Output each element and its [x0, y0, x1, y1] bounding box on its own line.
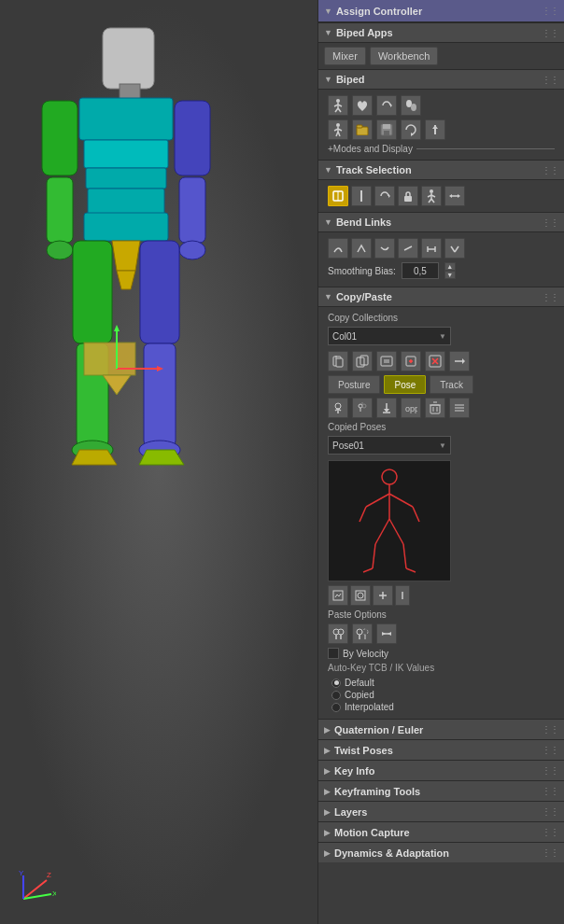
pose-button[interactable]: Pose — [384, 375, 426, 394]
key-info-section[interactable]: ▶ Key Info ⋮⋮ — [318, 760, 564, 780]
pose-preview-icon2[interactable] — [350, 585, 371, 606]
copy-icons-row — [324, 349, 558, 373]
motion-capture-dots: ⋮⋮ — [542, 827, 558, 837]
track-sel-body-parts[interactable] — [328, 186, 348, 206]
quaternion-euler-section[interactable]: ▶ Quaternion / Euler ⋮⋮ — [318, 719, 564, 739]
dynamics-adaptation-section[interactable]: ▶ Dynamics & Adaptation ⋮⋮ — [318, 842, 564, 862]
biped-icon-rotate[interactable] — [376, 95, 397, 116]
svg-marker-71 — [449, 194, 452, 198]
pose-paste-icon[interactable] — [376, 398, 397, 418]
keyframing-tools-section[interactable]: ▶ Keyframing Tools ⋮⋮ — [318, 780, 564, 801]
biped-icon-save[interactable] — [376, 119, 397, 140]
track-sel-vertical[interactable] — [351, 186, 372, 206]
pose-paste-opp-icon[interactable]: opp — [401, 398, 421, 418]
svg-rect-23 — [84, 343, 135, 375]
bend-icon-6[interactable] — [444, 238, 465, 259]
biped-icon-loop[interactable] — [401, 119, 421, 140]
svg-line-121 — [389, 519, 403, 544]
paste-option-icon1[interactable] — [328, 623, 348, 644]
pose-preview-icon1[interactable] — [328, 585, 348, 606]
radio-interpolated[interactable] — [331, 703, 341, 712]
twist-poses-section[interactable]: ▶ Twist Poses ⋮⋮ — [318, 739, 564, 760]
svg-line-119 — [413, 507, 419, 522]
key-info-arrow: ▶ — [324, 766, 331, 776]
biped-icon-folder[interactable] — [352, 119, 373, 140]
biped-icon-hands[interactable] — [352, 95, 373, 116]
twist-poses-left: ▶ Twist Poses — [324, 745, 393, 756]
svg-point-94 — [335, 403, 341, 409]
biped-icon-walk[interactable] — [328, 119, 348, 140]
copy-icon-1[interactable] — [328, 351, 348, 371]
svg-rect-13 — [179, 177, 205, 243]
svg-point-114 — [382, 469, 397, 484]
radio-copied[interactable] — [331, 691, 341, 700]
smoothing-up[interactable]: ▲ — [444, 262, 456, 271]
motion-capture-title: Motion Capture — [334, 827, 410, 838]
paste-option-icon3[interactable] — [376, 623, 397, 644]
track-sel-arrows[interactable] — [444, 186, 465, 206]
track-sel-lock[interactable] — [398, 186, 418, 206]
track-selection-title: Track Selection — [336, 164, 412, 175]
svg-point-35 — [336, 99, 340, 103]
pose-preview-svg — [343, 468, 436, 575]
svg-line-125 — [406, 568, 416, 572]
collection-dropdown[interactable]: Col01 ▼ — [328, 327, 451, 345]
svg-text:X: X — [52, 889, 56, 898]
bend-icon-3[interactable] — [374, 238, 395, 259]
posture-button[interactable]: Posture — [328, 375, 380, 394]
workbench-button[interactable]: Workbench — [370, 47, 438, 65]
pose-preview-icon4[interactable] — [395, 585, 410, 606]
copy-icon-5[interactable] — [425, 351, 445, 371]
quaternion-euler-left: ▶ Quaternion / Euler — [324, 724, 423, 735]
smoothing-down[interactable]: ▼ — [444, 271, 456, 279]
biped-icon-figure[interactable] — [328, 95, 348, 116]
keyframing-tools-dots: ⋮⋮ — [542, 786, 558, 796]
track-sel-figure-2[interactable] — [421, 186, 442, 206]
copied-poses-label-row: Copied Poses — [324, 420, 558, 434]
svg-rect-15 — [73, 241, 112, 343]
pose-copy-icon[interactable] — [328, 398, 348, 418]
bend-icon-4[interactable] — [398, 238, 418, 259]
pose-delete-icon[interactable] — [425, 398, 445, 418]
copy-icon-3[interactable] — [376, 351, 397, 371]
key-info-dots: ⋮⋮ — [542, 765, 558, 776]
collection-dropdown-wrapper: Col01 ▼ — [324, 325, 558, 349]
collection-dropdown-arrow: ▼ — [439, 332, 446, 341]
svg-marker-57 — [432, 125, 438, 129]
biped-header[interactable]: ▼ Biped ⋮⋮ — [318, 69, 564, 90]
assign-controller-section[interactable]: ▼ Assign Controller ⋮⋮ — [318, 0, 564, 22]
motion-capture-section[interactable]: ▶ Motion Capture ⋮⋮ — [318, 821, 564, 842]
paste-option-icon2[interactable] — [352, 623, 373, 644]
bend-links-header[interactable]: ▼ Bend Links ⋮⋮ — [318, 212, 564, 232]
twist-poses-dots: ⋮⋮ — [542, 745, 558, 755]
bend-icon-5[interactable] — [421, 238, 442, 259]
bend-icon-1[interactable] — [328, 238, 348, 259]
radio-default[interactable] — [331, 679, 341, 688]
mixer-button[interactable]: Mixer — [324, 47, 366, 65]
biped-apps-header[interactable]: ▼ Biped Apps ⋮⋮ — [318, 22, 564, 43]
track-sel-rotate-2[interactable] — [374, 186, 395, 206]
bend-icon-2[interactable] — [351, 238, 372, 259]
svg-line-72 — [404, 246, 412, 250]
svg-line-118 — [360, 507, 366, 522]
track-selection-arrow: ▼ — [324, 165, 332, 175]
smoothing-value-input[interactable] — [402, 262, 439, 279]
pose-dropdown[interactable]: Pose01 ▼ — [328, 436, 451, 455]
copy-icon-2[interactable] — [352, 351, 373, 371]
biped-icon-pin[interactable] — [425, 119, 445, 140]
pose-copy-mirror-icon[interactable] — [352, 398, 373, 418]
dynamics-adaptation-arrow: ▶ — [324, 848, 331, 858]
biped-icon-footsteps[interactable] — [401, 95, 421, 116]
copy-icon-6[interactable] — [449, 351, 470, 371]
copy-paste-header[interactable]: ▼ Copy/Paste ⋮⋮ — [318, 287, 564, 307]
track-button[interactable]: Track — [430, 375, 473, 394]
by-velocity-checkbox[interactable] — [328, 648, 339, 659]
track-selection-header[interactable]: ▼ Track Selection ⋮⋮ — [318, 160, 564, 180]
pose-manage-icon[interactable] — [449, 398, 470, 418]
copy-icon-4[interactable] — [401, 351, 421, 371]
layers-section[interactable]: ▶ Layers ⋮⋮ — [318, 801, 564, 821]
svg-marker-70 — [458, 194, 460, 198]
svg-line-40 — [338, 108, 341, 112]
bend-links-content: Smoothing Bias: ▲ ▼ — [318, 232, 564, 287]
pose-preview-icon3[interactable] — [373, 585, 393, 606]
